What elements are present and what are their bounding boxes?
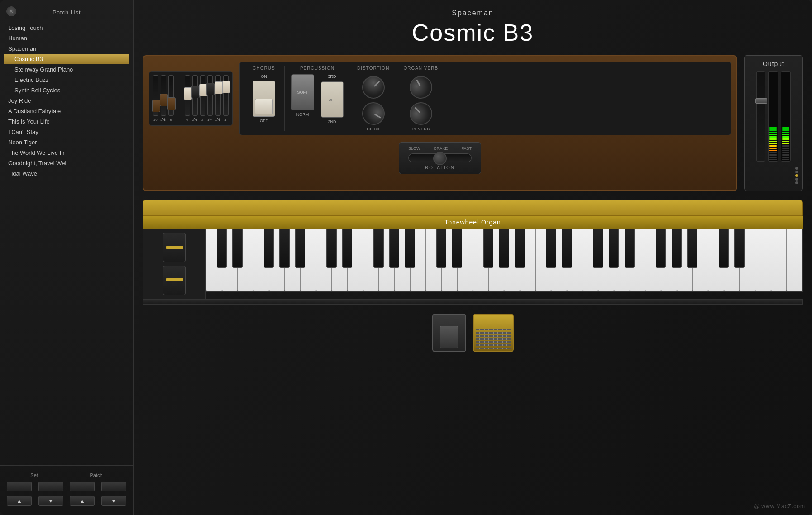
white-key-7[interactable]	[316, 229, 332, 291]
drawbar-2-handle[interactable]	[199, 84, 207, 96]
patch-btn-2[interactable]	[101, 482, 126, 491]
white-key-10[interactable]	[363, 229, 379, 291]
white-key-35[interactable]	[755, 229, 771, 291]
patch-item-neon-tiger[interactable]: Neon Tiger	[4, 137, 129, 148]
white-key-32[interactable]	[708, 229, 724, 291]
patch-item-losing-touch[interactable]: Losing Touch	[4, 23, 129, 33]
output-slider[interactable]	[756, 71, 765, 162]
white-key-33[interactable]	[724, 229, 740, 291]
set-label: Set	[30, 472, 38, 478]
rotation-slider[interactable]	[408, 153, 472, 162]
white-keys[interactable]	[206, 229, 802, 291]
white-key-9[interactable]	[348, 229, 363, 291]
white-key-23[interactable]	[567, 229, 583, 291]
white-key-37[interactable]	[787, 229, 802, 291]
white-key-34[interactable]	[740, 229, 755, 291]
drawbar-223-handle[interactable]	[191, 86, 200, 98]
organ-verb-knob[interactable]	[406, 72, 436, 103]
white-key-1[interactable]	[222, 229, 238, 291]
set-next-button[interactable]: ▼	[38, 496, 63, 506]
level-meter	[768, 71, 778, 162]
white-key-21[interactable]	[536, 229, 552, 291]
white-key-19[interactable]	[504, 229, 520, 291]
white-key-16[interactable]	[458, 229, 473, 291]
sustain-pedal[interactable]	[432, 314, 466, 352]
drawbar-4-handle[interactable]	[184, 87, 192, 100]
close-button[interactable]: ✕	[6, 6, 16, 16]
white-key-13[interactable]	[411, 229, 426, 291]
set-btn-2[interactable]	[38, 482, 63, 491]
patch-item-i-cant-stay[interactable]: I Can't Stay	[4, 127, 129, 137]
white-key-2[interactable]	[238, 229, 253, 291]
reverb-label: REVERB	[412, 127, 430, 131]
white-key-0[interactable]	[206, 229, 222, 291]
set-prev-button[interactable]: ▲	[7, 496, 32, 506]
piano-keys[interactable]	[206, 229, 803, 292]
drawbar-513-handle[interactable]	[160, 94, 168, 106]
click-label: CLICK	[367, 127, 380, 131]
patch-item-human[interactable]: Human	[4, 33, 129, 43]
chorus-switch[interactable]	[253, 81, 275, 117]
white-key-36[interactable]	[771, 229, 787, 291]
patch-item-tidal-wave[interactable]: Tidal Wave	[4, 168, 129, 179]
second-label: 2ND	[328, 119, 336, 124]
patch-item-electric-buzz[interactable]: Electric Buzz	[4, 75, 129, 85]
drawbar-2: 2'	[200, 75, 205, 122]
output-meters	[756, 71, 791, 162]
rotation-knob[interactable]	[433, 152, 447, 165]
patch-item-dustland[interactable]: A Dustland Fairytale	[4, 106, 129, 116]
patch-item-synth-bell[interactable]: Synth Bell Cycles	[4, 85, 129, 95]
drawbar-8-handle[interactable]	[167, 97, 176, 110]
white-key-14[interactable]	[426, 229, 442, 291]
patch-item-spaceman[interactable]: Spaceman	[4, 43, 129, 54]
drawbar-16: 16'	[153, 75, 158, 122]
white-key-29[interactable]	[661, 229, 677, 291]
drawbar-113-handle[interactable]	[215, 81, 223, 94]
white-key-31[interactable]	[693, 229, 708, 291]
white-key-30[interactable]	[677, 229, 693, 291]
pitch-wheel-2[interactable]	[163, 266, 186, 295]
reverb-knob[interactable]	[405, 98, 437, 130]
patch-btn-1[interactable]	[70, 482, 95, 491]
patch-item-world-we-live-in[interactable]: The World We Live In	[4, 148, 129, 158]
white-key-11[interactable]	[379, 229, 395, 291]
click-knob[interactable]	[358, 98, 389, 129]
rotation-section: SLOW BRAKE FAST ROTATION	[399, 142, 481, 174]
drawbar-1-handle[interactable]	[222, 81, 230, 93]
keyboard-container: Tonewheel Organ	[143, 200, 803, 305]
white-key-17[interactable]	[473, 229, 489, 291]
chorus-off-label: OFF	[260, 119, 268, 123]
patch-prev-button[interactable]: ▲	[70, 496, 95, 506]
patch-item-this-is-your-life[interactable]: This is Your Life	[4, 116, 129, 127]
white-key-4[interactable]	[269, 229, 285, 291]
white-key-26[interactable]	[614, 229, 630, 291]
patch-next-button[interactable]: ▼	[101, 496, 126, 506]
white-key-20[interactable]	[520, 229, 536, 291]
patch-item-cosmic-b3[interactable]: Cosmic B3	[4, 54, 129, 64]
white-key-18[interactable]	[489, 229, 505, 291]
expression-pedal[interactable]	[473, 314, 514, 352]
set-btn-1[interactable]	[7, 482, 32, 491]
patch-item-joy-ride[interactable]: Joy Ride	[4, 95, 129, 106]
white-key-6[interactable]	[301, 229, 316, 291]
output-slider-handle[interactable]	[755, 98, 767, 104]
drawbar-1: 1'	[223, 75, 229, 122]
white-key-28[interactable]	[645, 229, 661, 291]
white-key-27[interactable]	[630, 229, 646, 291]
drawbar-135-handle[interactable]	[206, 83, 215, 95]
white-key-15[interactable]	[442, 229, 458, 291]
white-key-24[interactable]	[583, 229, 599, 291]
white-key-22[interactable]	[551, 229, 567, 291]
white-key-25[interactable]	[598, 229, 614, 291]
white-key-12[interactable]	[395, 229, 411, 291]
drawbar-16-handle[interactable]	[152, 100, 160, 112]
pitch-wheel-1[interactable]	[163, 233, 186, 262]
distortion-knob[interactable]	[357, 72, 389, 104]
white-key-8[interactable]	[332, 229, 348, 291]
white-key-5[interactable]	[285, 229, 301, 291]
perc-soft-switch[interactable]: SOFT	[291, 74, 314, 110]
patch-item-steinway[interactable]: Steinway Grand Piano	[4, 64, 129, 75]
perc-3rd-switch[interactable]: OFF	[321, 81, 344, 118]
patch-item-goodnight[interactable]: Goodnight, Travel Well	[4, 158, 129, 168]
white-key-3[interactable]	[253, 229, 269, 291]
